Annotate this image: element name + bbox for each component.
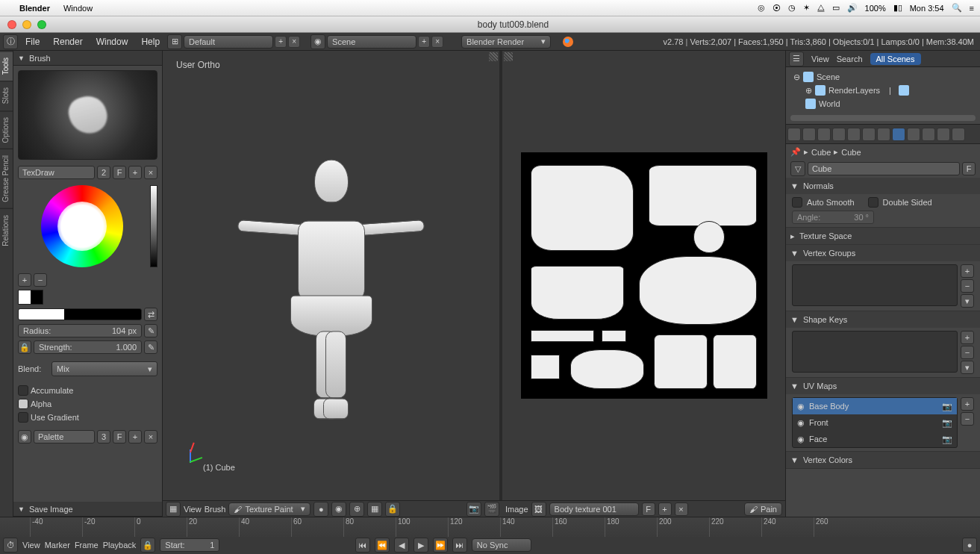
sync-mode-dropdown[interactable]: No Sync xyxy=(472,538,531,552)
macos-clock[interactable]: Mon 3:54 xyxy=(910,4,944,13)
play-icon[interactable]: ▶ xyxy=(413,538,428,553)
display-icon[interactable]: ▭ xyxy=(832,3,840,13)
shape-keys-list[interactable] xyxy=(792,331,958,373)
vertex-colors-header[interactable]: ▼Vertex Colors xyxy=(786,452,980,468)
radius-field[interactable]: Radius:104 px xyxy=(18,324,142,337)
battery-icon[interactable]: ▮▯ xyxy=(893,3,902,13)
camera-icon[interactable]: 📷 xyxy=(942,402,952,411)
palette-fake[interactable]: F xyxy=(113,430,126,443)
use-gradient-checkbox[interactable] xyxy=(18,412,28,423)
alpha-checkbox[interactable] xyxy=(18,399,28,409)
layout-preset-dropdown[interactable]: Default xyxy=(184,35,273,49)
uv-viewport[interactable] xyxy=(502,51,785,500)
timeline-menu-frame[interactable]: Frame xyxy=(75,541,99,550)
spotlight-icon[interactable]: 🔍 xyxy=(952,3,962,13)
auto-smooth-checkbox[interactable] xyxy=(792,197,802,208)
vgroup-remove-button[interactable]: − xyxy=(961,279,974,293)
uv-mode-dropdown[interactable]: 🖌Pain xyxy=(744,502,782,516)
context-render-icon[interactable] xyxy=(787,128,801,141)
value-slider[interactable] xyxy=(150,185,157,267)
mesh-data-icon[interactable]: ▽ xyxy=(790,161,805,176)
uv-maps-list[interactable]: ◉Base Body📷 ◉Front📷 ◉Face📷 xyxy=(792,397,958,448)
range-lock-icon[interactable]: 🔒 xyxy=(140,538,155,553)
strength-lock-icon[interactable]: 🔒 xyxy=(18,340,31,354)
crumb-object[interactable]: Cube xyxy=(811,148,831,157)
tab-slots[interactable]: Slots xyxy=(0,81,13,110)
brush-add-button[interactable]: + xyxy=(128,166,142,179)
strength-field[interactable]: Strength:1.000 xyxy=(34,340,142,354)
palette-users[interactable]: 3 xyxy=(97,430,110,443)
image-unlink-button[interactable]: × xyxy=(675,502,688,516)
scene-remove-button[interactable]: × xyxy=(431,36,443,48)
double-sided-checkbox[interactable] xyxy=(868,197,878,208)
brush-fake-user[interactable]: F xyxy=(113,166,126,179)
editor-type-info-icon[interactable]: ⓘ xyxy=(3,34,18,49)
outliner-filter-dropdown[interactable]: All Scenes xyxy=(870,53,921,65)
layout-remove-button[interactable]: × xyxy=(288,36,300,48)
radius-pressure-button[interactable]: ✎ xyxy=(144,324,157,337)
color-wheel[interactable] xyxy=(41,185,123,267)
brush-preview[interactable] xyxy=(18,70,157,160)
image-name-field[interactable]: Body texture 001 xyxy=(549,502,639,516)
expand-icon[interactable]: ⊖ xyxy=(793,72,800,82)
swap-colors-button[interactable]: + xyxy=(18,273,31,287)
screen-layout-icon[interactable]: ⊞ xyxy=(167,34,182,49)
image-browse-icon[interactable]: 🖼 xyxy=(531,502,546,517)
menu-window[interactable]: Window xyxy=(90,37,134,47)
menu-file[interactable]: File xyxy=(19,37,46,47)
mesh-name-field[interactable]: Cube xyxy=(808,162,960,175)
image-fake-user[interactable]: F xyxy=(642,502,655,516)
brush-remove-button[interactable]: × xyxy=(144,166,157,179)
uv-menu-image[interactable]: Image xyxy=(505,505,528,514)
mode-dropdown[interactable]: 🖌 Texture Paint▾ xyxy=(228,502,310,516)
context-particles-icon[interactable] xyxy=(937,128,950,141)
texture-space-header[interactable]: ▸Texture Space xyxy=(786,228,980,244)
layers-icon[interactable]: ▦ xyxy=(367,502,382,517)
uvmap-row-face[interactable]: ◉Face📷 xyxy=(793,431,957,447)
angle-field[interactable]: Angle:30 ° xyxy=(792,211,874,224)
shapekey-add-button[interactable]: + xyxy=(961,331,974,344)
clock-icon[interactable]: ◷ xyxy=(788,3,796,13)
normals-header[interactable]: ▼Normals xyxy=(786,178,980,194)
context-physics-icon[interactable] xyxy=(952,128,965,141)
area-split-corner[interactable] xyxy=(489,52,498,61)
3dview-menu-brush[interactable]: Brush xyxy=(205,505,226,514)
screen-record-icon[interactable]: ⦿ xyxy=(773,4,781,13)
context-renderlayers-icon[interactable] xyxy=(802,128,816,141)
brush-panel-header[interactable]: ▼ Brush xyxy=(13,51,162,66)
brush-name-field[interactable]: TexDraw xyxy=(18,166,95,179)
scene-icon[interactable]: ◉ xyxy=(310,34,325,49)
keyframe-next-icon[interactable]: ⏩ xyxy=(433,538,448,553)
camera-icon[interactable]: 📷 xyxy=(942,435,952,444)
color-slider[interactable] xyxy=(18,308,142,320)
expand-icon[interactable]: ⊕ xyxy=(805,86,812,96)
outliner-scrollbar[interactable] xyxy=(790,115,976,121)
strength-pressure-button[interactable]: ✎ xyxy=(144,340,157,354)
palette-field[interactable]: Palette xyxy=(34,430,95,443)
palette-icon[interactable]: ◉ xyxy=(18,430,31,443)
star-icon[interactable]: ✶ xyxy=(803,3,810,13)
accumulate-checkbox[interactable] xyxy=(18,385,28,396)
palette-remove-button[interactable]: × xyxy=(144,430,157,443)
close-window-button[interactable] xyxy=(7,20,16,29)
shapekey-remove-button[interactable]: − xyxy=(961,346,974,359)
shapekey-specials-button[interactable]: ▾ xyxy=(961,361,974,374)
outliner[interactable]: ⊖Scene ⊕RenderLayers| World xyxy=(786,67,980,125)
manipulator-icon[interactable]: ⊕ xyxy=(349,502,364,517)
clapper-icon[interactable]: 🎬 xyxy=(484,502,499,517)
adobe-cc-icon[interactable]: ◎ xyxy=(758,3,765,13)
vertex-groups-list[interactable] xyxy=(792,264,958,306)
timeline-menu-view[interactable]: View xyxy=(22,541,40,550)
vgroup-add-button[interactable]: + xyxy=(961,264,974,278)
scene-dropdown[interactable]: Scene xyxy=(327,35,416,49)
editor-type-outliner-icon[interactable]: ☰ xyxy=(789,52,804,66)
shading-sphere-icon[interactable]: ● xyxy=(313,502,328,517)
tab-tools[interactable]: Tools xyxy=(0,51,13,81)
context-constraints-icon[interactable] xyxy=(862,128,876,141)
jump-end-icon[interactable]: ⏭ xyxy=(452,538,467,553)
outliner-scene[interactable]: Scene xyxy=(817,72,840,81)
vertex-groups-header[interactable]: ▼Vertex Groups xyxy=(786,245,980,261)
swap-icon[interactable]: ⇄ xyxy=(144,308,157,321)
render-engine-dropdown[interactable]: Blender Render▾ xyxy=(461,35,551,49)
outliner-menu-view[interactable]: View xyxy=(811,55,829,63)
